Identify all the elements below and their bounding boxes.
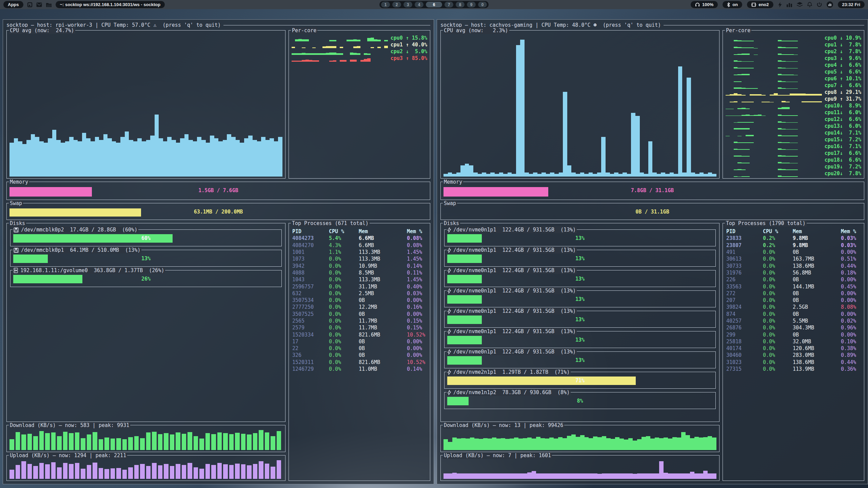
process-cell: 226 (726, 276, 763, 283)
volume-pill[interactable]: 100% (691, 1, 718, 8)
bar (536, 473, 540, 479)
process-cell: 1.45% (407, 256, 428, 262)
process-cell: 0.0% (329, 269, 359, 276)
core-sparkline (726, 110, 822, 116)
bar (635, 116, 640, 177)
workspace-8[interactable]: 8 (456, 2, 465, 7)
bell-icon[interactable] (807, 2, 812, 7)
process-cell: 0.18% (841, 269, 862, 276)
bar (33, 436, 38, 450)
layers-icon[interactable] (797, 2, 803, 7)
bar (646, 436, 650, 450)
bar (292, 61, 295, 62)
core-label: cpu17↓ 6.6% (825, 150, 861, 157)
bar (244, 138, 249, 177)
process-cell: 0.14% (407, 263, 428, 269)
bar (93, 432, 97, 450)
bluetooth-pill[interactable]: on (723, 1, 742, 8)
bar (188, 463, 192, 479)
bar (623, 172, 627, 177)
bar (82, 133, 86, 177)
files-icon[interactable] (46, 2, 52, 7)
bolt-icon (448, 309, 451, 314)
bluetooth-icon (727, 2, 730, 7)
clock-pill[interactable]: 23:32 Fri (838, 1, 865, 8)
process-cell: 138.6MB (793, 263, 841, 269)
process-cell: 0.0% (763, 304, 793, 310)
bar (78, 141, 82, 177)
bar (340, 60, 343, 62)
process-cell: 10.52% (407, 331, 428, 338)
process-cell: 1.45% (407, 276, 428, 283)
workspace-9[interactable]: 9 (467, 2, 476, 7)
bar (164, 433, 169, 450)
bar (146, 140, 151, 177)
process-cell: 0.14% (407, 366, 428, 372)
bar (443, 174, 448, 177)
stats-icon[interactable] (787, 2, 792, 7)
apps-button[interactable]: Apps (3, 1, 23, 8)
process-cell: 0B (793, 290, 841, 297)
bar (549, 438, 554, 450)
process-cell: 5.5MB (793, 318, 841, 324)
workspace-7[interactable]: 7 (445, 2, 453, 7)
workspace-0[interactable]: 0 (478, 2, 487, 7)
bar (133, 141, 138, 177)
bar (128, 437, 133, 450)
disk-percent: 26% (11, 276, 281, 282)
network-pill[interactable]: eno2 (747, 1, 773, 8)
core-sparkline (292, 42, 388, 48)
process-row: 3260.0%0B0.00% (292, 352, 428, 359)
swap-value: 0B / 31.1GB (441, 208, 864, 215)
process-cell: 491 (726, 249, 763, 256)
process-cell: 23807 (726, 242, 763, 249)
bar (27, 464, 32, 479)
ethernet-icon (751, 2, 756, 7)
bar (505, 439, 510, 450)
bar (120, 137, 125, 177)
bar (508, 172, 512, 177)
window-icon[interactable] (27, 2, 33, 7)
disk-entry: /dev/mmcblk0p1 64.1MB / 510.0MB (13%)13% (10, 250, 282, 267)
logo-icon[interactable] (827, 1, 833, 8)
bar (210, 136, 214, 177)
bar (21, 434, 26, 450)
bar (602, 436, 606, 450)
disks-label: Disks (443, 220, 460, 227)
bar (537, 174, 542, 177)
bar (593, 174, 597, 177)
bar (259, 430, 263, 450)
bar (193, 141, 197, 177)
workspace-2[interactable]: 2 (392, 2, 401, 7)
process-cell: 30613 (726, 256, 763, 262)
disk-label: /dev/nvme0n1p1 122.4GB / 931.5GB (13%) (447, 247, 577, 253)
bar (158, 434, 163, 450)
bar (659, 438, 664, 450)
terminal-left[interactable]: socktop — host: rpi-worker-3 | CPU Temp:… (3, 19, 434, 484)
core-sparkline (726, 90, 822, 96)
workspace-1[interactable]: 1 (381, 2, 390, 7)
bar (503, 174, 508, 177)
power-icon[interactable] (817, 2, 822, 7)
bar (39, 431, 44, 450)
bolt-icon (448, 268, 451, 273)
bar (678, 66, 683, 177)
bar (571, 172, 576, 177)
bar (61, 143, 65, 177)
power-profile-icon[interactable] (778, 2, 782, 7)
bar (532, 471, 536, 479)
bar (597, 437, 602, 450)
bar (514, 473, 518, 479)
terminal-right[interactable]: socktop — host: cachyos-gaming | CPU Tem… (437, 19, 868, 484)
process-cell: 0.38% (841, 345, 862, 352)
workspace-6-active[interactable]: 6 (426, 2, 442, 7)
mail-icon[interactable] (36, 2, 42, 7)
bar (549, 473, 554, 479)
bar (518, 473, 523, 479)
workspace-3[interactable]: 3 (403, 2, 412, 7)
bar (483, 473, 488, 479)
bar (448, 473, 452, 479)
window-title-pill[interactable]: ~: socktop ws://192.168.1.104:3031/ws - … (56, 1, 165, 8)
bar (571, 473, 576, 479)
workspace-4[interactable]: 4 (415, 2, 423, 7)
